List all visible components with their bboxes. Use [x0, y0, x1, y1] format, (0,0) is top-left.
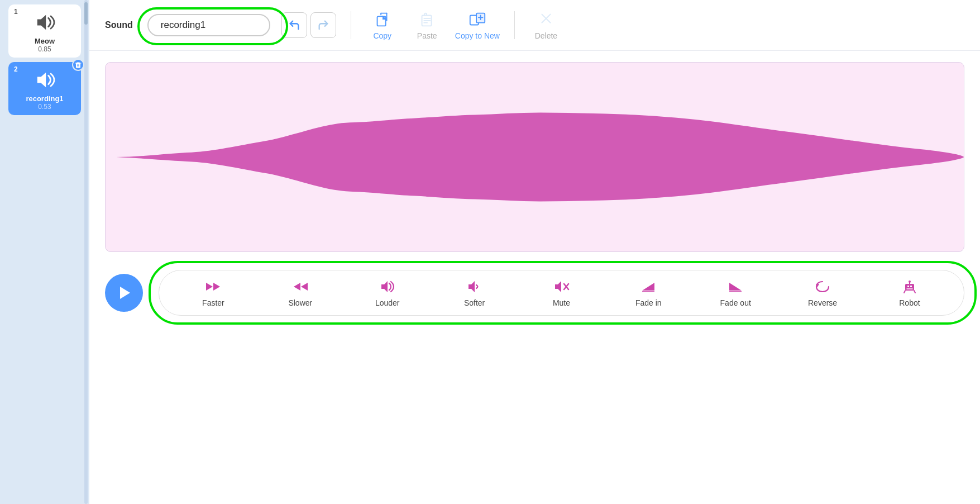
item-number-2: 2: [14, 65, 18, 73]
copy-to-new-label: Copy to New: [455, 31, 500, 40]
effect-mute-label: Mute: [553, 298, 570, 307]
effect-softer[interactable]: Softer: [455, 278, 494, 307]
item-dur-meow: 0.85: [38, 45, 51, 53]
copy-label: Copy: [373, 31, 391, 40]
copy-to-new-button[interactable]: Copy to New: [455, 10, 500, 40]
waveform-container[interactable]: [105, 62, 964, 252]
delete-button[interactable]: Delete: [529, 10, 563, 40]
effect-mute[interactable]: Mute: [542, 278, 581, 307]
item-number-1: 1: [14, 8, 18, 16]
svg-rect-25: [907, 286, 909, 287]
divider-2: [514, 11, 515, 39]
scrollbar-thumb[interactable]: [84, 2, 88, 25]
item-name-recording1: recording1: [26, 94, 63, 103]
svg-line-29: [904, 291, 905, 293]
svg-marker-16: [213, 283, 220, 291]
undo-redo-group: [281, 12, 336, 38]
effect-fade-in[interactable]: Fade in: [629, 278, 668, 307]
sidebar-item-meow[interactable]: 1 Meow 0.85: [8, 4, 81, 58]
svg-rect-26: [910, 286, 912, 287]
effect-slower-label: Slower: [288, 298, 312, 307]
main-area: Sound: [89, 0, 980, 504]
effect-faster[interactable]: Faster: [194, 278, 233, 307]
effect-louder[interactable]: Louder: [368, 278, 407, 307]
delete-badge-recording1[interactable]: [72, 59, 84, 71]
speaker-icon-1: [32, 10, 57, 35]
effect-fade-in-label: Fade in: [635, 298, 662, 307]
copy-button[interactable]: Copy: [366, 10, 399, 40]
effect-louder-label: Louder: [375, 298, 400, 307]
effect-faster-label: Faster: [202, 298, 224, 307]
effect-reverse[interactable]: Reverse: [803, 278, 842, 307]
redo-button[interactable]: [310, 12, 336, 38]
undo-button[interactable]: [281, 12, 307, 38]
effect-fade-out-label: Fade out: [720, 298, 751, 307]
svg-marker-15: [206, 283, 213, 291]
effect-robot[interactable]: Robot: [890, 278, 929, 307]
svg-rect-24: [905, 284, 914, 291]
svg-marker-18: [294, 283, 300, 291]
effect-slower[interactable]: Slower: [281, 278, 320, 307]
sidebar-item-recording1[interactable]: 2 recording1 0.53: [8, 62, 81, 115]
bottom-controls: Faster Slower L: [89, 261, 980, 325]
effects-row-wrap: Faster Slower L: [159, 270, 964, 316]
item-dur-recording1: 0.53: [38, 103, 51, 111]
svg-line-30: [914, 291, 915, 293]
svg-point-28: [909, 280, 911, 283]
toolbar: Sound: [89, 0, 980, 51]
play-button[interactable]: [105, 274, 143, 312]
scrollbar[interactable]: [84, 0, 88, 504]
svg-marker-14: [120, 287, 130, 299]
effect-softer-label: Softer: [464, 298, 485, 307]
divider-1: [351, 11, 351, 39]
sound-label: Sound: [105, 20, 133, 30]
waveform-svg: [106, 63, 964, 251]
speaker-icon-2: [32, 68, 57, 92]
sidebar: 1 Meow 0.85 2 recordi: [0, 0, 89, 504]
paste-label: Paste: [417, 31, 437, 40]
sound-name-input[interactable]: [147, 14, 270, 36]
sound-name-wrap: [147, 14, 270, 36]
item-name-meow: Meow: [35, 37, 55, 45]
delete-label: Delete: [535, 31, 557, 40]
effects-row: Faster Slower L: [159, 270, 964, 316]
effect-reverse-label: Reverse: [808, 298, 837, 307]
paste-button[interactable]: Paste: [410, 10, 444, 40]
svg-marker-17: [301, 283, 308, 291]
effect-robot-label: Robot: [899, 298, 920, 307]
effect-fade-out[interactable]: Fade out: [716, 278, 755, 307]
